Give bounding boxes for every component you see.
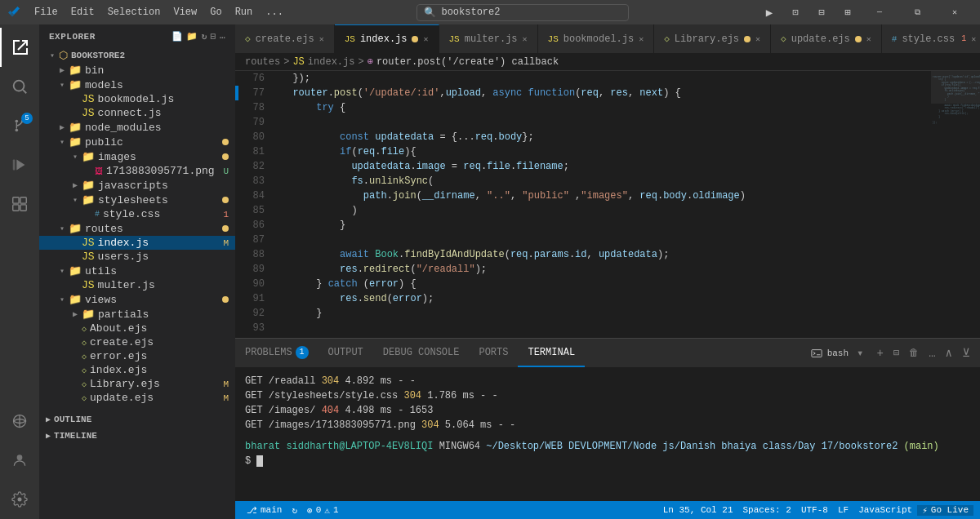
extensions-icon[interactable]	[0, 184, 39, 224]
terminal-trash-button[interactable]: 🗑	[906, 345, 922, 361]
account-icon[interactable]	[0, 441, 39, 480]
breadcrumb-symbol[interactable]: router.post('/create') callback	[376, 56, 559, 68]
tab-close-style[interactable]: ✕	[971, 34, 976, 44]
terminal-tab-output[interactable]: OUTPUT	[318, 339, 373, 367]
status-position[interactable]: Ln 35, Col 21	[658, 505, 738, 515]
tree-item-indexejs[interactable]: ◇ index.ejs	[39, 363, 235, 377]
tree-item-indexjs[interactable]: JS index.js M	[39, 236, 235, 250]
tab-close-bookmodel[interactable]: ✕	[639, 34, 644, 44]
status-live-server[interactable]: ⚡ Go Live	[917, 505, 973, 516]
main-layout: 5 EXPLORER 📄 📁 ↻ ⊟	[0, 24, 980, 519]
tree-item-partials[interactable]: ▶ 📁 partials	[39, 307, 235, 322]
new-file-icon[interactable]: 📄	[172, 31, 184, 42]
tree-item-models[interactable]: ▾ 📁 models	[39, 78, 235, 92]
remote-icon[interactable]	[0, 401, 39, 441]
layout-button[interactable]: ⊡	[782, 0, 808, 24]
tree-item-images[interactable]: ▾ 📁 images	[39, 149, 235, 164]
terminal-more-button[interactable]: …	[925, 345, 938, 362]
status-language[interactable]: JavaScript	[853, 505, 917, 515]
run-debug-icon[interactable]	[0, 145, 39, 184]
tree-item-stylesheets[interactable]: ▾ 📁 stylesheets	[39, 193, 235, 207]
tab-close-index[interactable]: ✕	[423, 34, 428, 44]
menu-run[interactable]: Run	[229, 3, 260, 21]
tab-update-ejs[interactable]: ◇ update.ejs ✕	[771, 24, 882, 53]
tab-style-css[interactable]: # style.css 1 ✕	[882, 24, 980, 53]
terminal-expand-button[interactable]: ⊻	[959, 344, 973, 362]
tree-item-updateejs[interactable]: ◇ update.ejs M	[39, 391, 235, 405]
status-right: Ln 35, Col 21 Spaces: 2 UTF-8 LF JavaScr…	[658, 505, 973, 516]
status-branch[interactable]: ⎇ main	[242, 505, 287, 516]
tab-bookmodel-js[interactable]: JS bookmodel.js ✕	[538, 24, 655, 53]
search-activity-icon[interactable]	[0, 67, 39, 106]
new-folder-icon[interactable]: 📁	[186, 31, 198, 42]
tree-item-node-modules[interactable]: ▶ 📁 node_modules	[39, 120, 235, 135]
tree-item-png[interactable]: 🖼 1713883095771.png U	[39, 164, 235, 178]
tab-close-library[interactable]: ✕	[755, 34, 760, 44]
tree-item-public[interactable]: ▾ 📁 public	[39, 135, 235, 149]
menu-view[interactable]: View	[167, 3, 203, 21]
tree-item-multerjs[interactable]: JS multer.js	[39, 278, 235, 292]
breadcrumb-routes[interactable]: routes	[245, 56, 280, 68]
tab-modified-update	[855, 36, 862, 42]
terminal-add-button[interactable]: +	[874, 345, 887, 362]
tree-item-usersjs[interactable]: JS users.js	[39, 250, 235, 264]
tree-item-bin[interactable]: ▶ 📁 bin	[39, 63, 235, 78]
minimize-button[interactable]: ─	[861, 0, 898, 24]
terminal-tab-problems[interactable]: PROBLEMS 1	[235, 339, 318, 367]
tab-close-create[interactable]: ✕	[319, 34, 324, 44]
menu-go[interactable]: Go	[203, 3, 228, 21]
tree-item-stylecss[interactable]: # style.css 1	[39, 207, 235, 221]
tab-multer-js[interactable]: JS multer.js ✕	[439, 24, 538, 53]
layout-button3[interactable]: ⊞	[835, 0, 861, 24]
menu-edit[interactable]: Edit	[65, 3, 101, 21]
svg-rect-9	[20, 197, 26, 203]
sidebar-title: EXPLORER	[49, 32, 96, 42]
outline-section-header[interactable]: ▶ OUTLINE	[39, 411, 235, 428]
tree-item-bookmodel[interactable]: JS bookmodel.js	[39, 92, 235, 106]
status-sync[interactable]: ↻	[287, 505, 302, 516]
more-icon[interactable]: …	[220, 31, 225, 42]
tab-create-ejs[interactable]: ◇ create.ejs ✕	[235, 24, 335, 53]
terminal-collapse-button[interactable]: ∧	[942, 344, 956, 362]
terminal-shell-selector[interactable]: bash ▾	[808, 343, 871, 363]
status-errors[interactable]: ⊗ 0 ⚠ 1	[302, 505, 343, 516]
tree-item-connect[interactable]: JS connect.js	[39, 106, 235, 120]
tree-item-aboutejs[interactable]: ◇ About.ejs	[39, 322, 235, 335]
project-root[interactable]: ▾ ⬡ BOOKSTORE2	[39, 48, 235, 63]
terminal-split-button[interactable]: ⊟	[890, 345, 902, 361]
tab-index-js[interactable]: JS index.js ✕	[335, 24, 439, 53]
tree-item-errorejs[interactable]: ◇ error.ejs	[39, 349, 235, 363]
tab-library-ejs[interactable]: ◇ Library.ejs ✕	[654, 24, 771, 53]
tree-item-utils[interactable]: ▾ 📁 utils	[39, 264, 235, 278]
collapse-all-icon[interactable]: ⊟	[211, 31, 216, 42]
menu-file[interactable]: File	[28, 3, 65, 21]
tree-item-views[interactable]: ▾ 📁 views	[39, 292, 235, 307]
timeline-section-header[interactable]: ▶ TIMELINE	[39, 428, 235, 444]
status-line-ending[interactable]: LF	[833, 505, 853, 515]
source-control-icon[interactable]: 5	[0, 106, 39, 145]
status-spaces[interactable]: Spaces: 2	[738, 505, 796, 515]
terminal-tab-ports[interactable]: PORTS	[469, 339, 518, 367]
explorer-icon[interactable]	[0, 28, 39, 67]
code-line-89: 89 res.redirect("/readall");	[235, 262, 931, 277]
settings-icon[interactable]	[0, 480, 39, 519]
menu-selection[interactable]: Selection	[101, 3, 167, 21]
tree-item-javascripts[interactable]: ▶ 📁 javascripts	[39, 178, 235, 193]
tab-close-multer[interactable]: ✕	[523, 34, 528, 44]
terminal-tab-terminal[interactable]: TERMINAL	[518, 339, 585, 367]
layout-button2[interactable]: ⊟	[808, 0, 835, 24]
menu-more[interactable]: ...	[259, 3, 290, 21]
tab-close-update[interactable]: ✕	[866, 34, 871, 44]
terminal-content[interactable]: GET /readall 304 4.892 ms - - GET /style…	[235, 367, 980, 501]
tree-item-createejs[interactable]: ◇ create.ejs	[39, 335, 235, 349]
code-editor[interactable]: 76 }); 77 router.post('/update/:id',uplo…	[235, 71, 931, 338]
tree-item-routes[interactable]: ▾ 📁 routes	[39, 221, 235, 236]
tree-item-libraryejs[interactable]: ◇ Library.ejs M	[39, 377, 235, 391]
restore-button[interactable]: ⧉	[898, 0, 936, 24]
refresh-icon[interactable]: ↻	[202, 31, 207, 42]
status-encoding[interactable]: UTF-8	[796, 505, 833, 515]
breadcrumb-file[interactable]: index.js	[308, 56, 355, 68]
terminal-tab-debug[interactable]: DEBUG CONSOLE	[373, 339, 470, 367]
run-button[interactable]: ▶	[756, 0, 782, 24]
close-button[interactable]: ✕	[936, 0, 973, 24]
